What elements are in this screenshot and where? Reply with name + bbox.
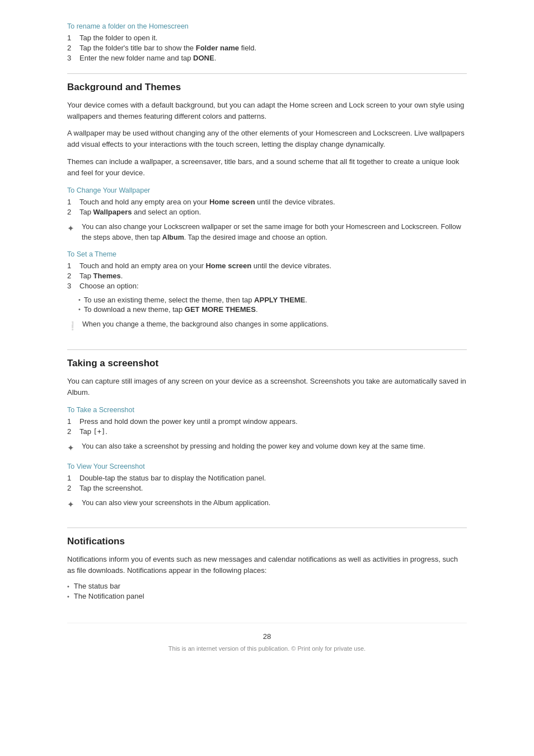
wallpaper-step-2: 2 Tap Wallpapers and select an option. — [67, 208, 467, 216]
take-screenshot-tip-text: You can also take a screenshot by pressi… — [82, 441, 425, 455]
take-screenshot-step-2: 2 Tap [+]. — [67, 427, 467, 436]
wallpaper-tip-text: You can also change your Lockscreen wall… — [82, 222, 467, 243]
screenshot-para: You can capture still images of any scre… — [67, 376, 467, 398]
page-footer: 28 This is an internet version of this p… — [67, 623, 467, 652]
rename-step-1: 1Tap the folder to open it. — [67, 34, 467, 42]
warning-icon-theme: ❕ — [67, 320, 78, 333]
view-screenshot-step-1: 1 Double-tap the status bar to display t… — [67, 474, 467, 482]
bg-para-2: A wallpaper may be used without changing… — [67, 128, 467, 150]
tip-icon-wallpaper: ✦ — [67, 222, 77, 243]
take-screenshot-steps: 1 Press and hold down the power key unti… — [67, 417, 467, 436]
view-screenshot-tip: ✦ You can also view your screenshots in … — [67, 498, 467, 511]
page: To rename a folder on the Homescreen 1Ta… — [0, 0, 534, 756]
theme-step-3: 3 Choose an option: — [67, 282, 467, 290]
theme-sub-step-2: To download a new theme, tap GET MORE TH… — [78, 305, 467, 314]
screenshot-section: Taking a screenshot You can capture stil… — [67, 349, 467, 511]
theme-sub-steps: To use an existing theme, select the the… — [78, 296, 467, 314]
take-screenshot-heading: To Take a Screenshot — [67, 406, 467, 414]
theme-sub-step-1: To use an existing theme, select the the… — [78, 296, 467, 304]
set-theme-heading: To Set a Theme — [67, 250, 467, 258]
tip-icon-view-screenshot: ✦ — [67, 498, 77, 511]
wallpaper-steps: 1 Touch and hold any empty area on your … — [67, 198, 467, 216]
rename-folder-steps: 1Tap the folder to open it. 2Tap the fol… — [67, 34, 467, 62]
theme-warning-text: When you change a theme, the background … — [82, 319, 329, 333]
footer-note: This is an internet version of this publ… — [67, 645, 467, 652]
screenshot-title: Taking a screenshot — [67, 349, 467, 369]
notifications-list: The status bar The Notification panel — [67, 582, 467, 600]
change-wallpaper-heading: To Change Your Wallpaper — [67, 186, 467, 194]
notification-item-2: The Notification panel — [67, 592, 467, 600]
notifications-section: Notifications Notifications inform you o… — [67, 528, 467, 600]
page-number: 28 — [67, 632, 467, 641]
notification-item-1: The status bar — [67, 582, 467, 590]
wallpaper-step-1: 1 Touch and hold any empty area on your … — [67, 198, 467, 206]
rename-folder-section: To rename a folder on the Homescreen 1Ta… — [67, 22, 467, 62]
bg-para-3: Themes can include a wallpaper, a screen… — [67, 156, 467, 179]
background-themes-section: Background and Themes Your device comes … — [67, 73, 467, 333]
rename-folder-heading: To rename a folder on the Homescreen — [67, 22, 467, 30]
rename-step-2: 2Tap the folder's title bar to show the … — [67, 44, 467, 52]
theme-step-1: 1 Touch and hold an empty area on your H… — [67, 262, 467, 270]
notifications-title: Notifications — [67, 528, 467, 547]
theme-step-2: 2 Tap Themes. — [67, 272, 467, 280]
theme-steps: 1 Touch and hold an empty area on your H… — [67, 262, 467, 290]
notifications-para: Notifications inform you of events such … — [67, 554, 467, 576]
background-themes-title: Background and Themes — [67, 73, 467, 93]
view-screenshot-heading: To View Your Screenshot — [67, 463, 467, 470]
tip-icon-screenshot: ✦ — [67, 442, 77, 455]
take-screenshot-step-1: 1 Press and hold down the power key unti… — [67, 417, 467, 426]
view-screenshot-steps: 1 Double-tap the status bar to display t… — [67, 474, 467, 492]
theme-warning: ❕ When you change a theme, the backgroun… — [67, 319, 467, 333]
rename-step-3: 3Enter the new folder name and tap DONE. — [67, 54, 467, 62]
bg-para-1: Your device comes with a default backgro… — [67, 100, 467, 122]
view-screenshot-tip-text: You can also view your screenshots in th… — [82, 498, 270, 511]
wallpaper-tip: ✦ You can also change your Lockscreen wa… — [67, 222, 467, 243]
take-screenshot-tip: ✦ You can also take a screenshot by pres… — [67, 441, 467, 455]
view-screenshot-step-2: 2 Tap the screenshot. — [67, 484, 467, 492]
